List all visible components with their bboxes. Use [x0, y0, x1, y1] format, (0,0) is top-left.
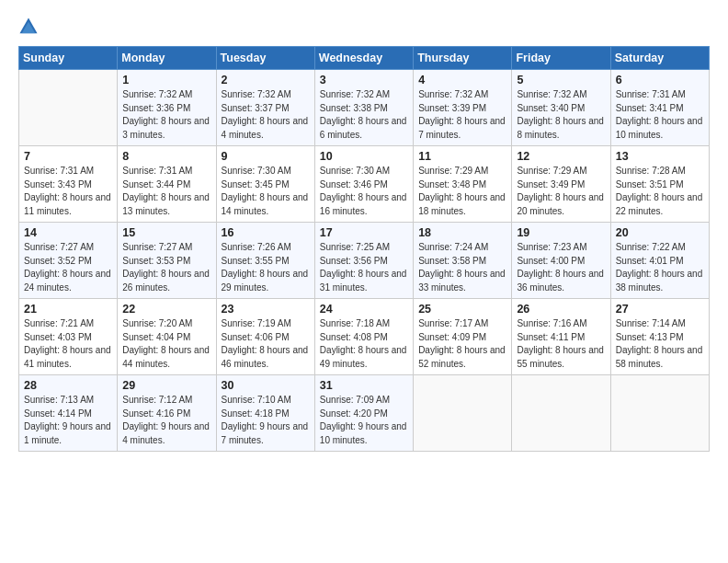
calendar-cell: 3Sunrise: 7:32 AMSunset: 3:38 PMDaylight…	[314, 70, 413, 146]
day-info: Sunrise: 7:32 AMSunset: 3:40 PMDaylight:…	[517, 88, 605, 142]
day-info: Sunrise: 7:26 AMSunset: 3:55 PMDaylight:…	[222, 241, 310, 294]
logo	[18, 17, 42, 37]
calendar-cell: 13Sunrise: 7:28 AMSunset: 3:51 PMDayligh…	[610, 146, 709, 223]
day-number: 17	[320, 226, 408, 239]
day-number: 28	[24, 379, 112, 392]
day-info: Sunrise: 7:32 AMSunset: 3:37 PMDaylight:…	[222, 88, 310, 142]
day-number: 16	[222, 226, 310, 239]
header	[18, 17, 710, 37]
calendar-cell: 30Sunrise: 7:10 AMSunset: 4:18 PMDayligh…	[216, 375, 314, 452]
calendar-cell: 15Sunrise: 7:27 AMSunset: 3:53 PMDayligh…	[118, 223, 216, 299]
day-info: Sunrise: 7:29 AMSunset: 3:49 PMDaylight:…	[517, 165, 605, 218]
day-number: 20	[616, 226, 704, 239]
day-number: 3	[320, 74, 408, 86]
day-number: 26	[517, 303, 605, 316]
day-number: 7	[24, 150, 112, 163]
day-info: Sunrise: 7:22 AMSunset: 4:01 PMDaylight:…	[616, 241, 704, 294]
calendar-week-2: 14Sunrise: 7:27 AMSunset: 3:52 PMDayligh…	[19, 223, 710, 299]
day-info: Sunrise: 7:27 AMSunset: 3:52 PMDaylight:…	[24, 241, 112, 294]
day-number: 19	[517, 226, 605, 239]
day-info: Sunrise: 7:32 AMSunset: 3:36 PMDaylight:…	[122, 88, 210, 142]
day-number: 23	[222, 303, 310, 316]
calendar-cell: 12Sunrise: 7:29 AMSunset: 3:49 PMDayligh…	[512, 146, 610, 223]
weekday-header-saturday: Saturday	[610, 47, 709, 70]
day-info: Sunrise: 7:16 AMSunset: 4:11 PMDaylight:…	[517, 317, 605, 371]
day-number: 1	[122, 74, 210, 86]
day-info: Sunrise: 7:32 AMSunset: 3:38 PMDaylight:…	[320, 88, 408, 142]
page: SundayMondayTuesdayWednesdayThursdayFrid…	[0, 0, 728, 563]
day-info: Sunrise: 7:18 AMSunset: 4:08 PMDaylight:…	[320, 317, 408, 371]
day-info: Sunrise: 7:14 AMSunset: 4:13 PMDaylight:…	[616, 317, 704, 371]
day-info: Sunrise: 7:19 AMSunset: 4:06 PMDaylight:…	[222, 317, 310, 371]
day-info: Sunrise: 7:10 AMSunset: 4:18 PMDaylight:…	[222, 394, 310, 447]
day-info: Sunrise: 7:31 AMSunset: 3:41 PMDaylight:…	[616, 88, 704, 142]
day-number: 13	[616, 150, 704, 163]
calendar-cell: 28Sunrise: 7:13 AMSunset: 4:14 PMDayligh…	[19, 375, 118, 452]
weekday-header-sunday: Sunday	[19, 47, 118, 70]
calendar-week-1: 7Sunrise: 7:31 AMSunset: 3:43 PMDaylight…	[19, 146, 710, 223]
calendar-cell: 7Sunrise: 7:31 AMSunset: 3:43 PMDaylight…	[19, 146, 118, 223]
weekday-header-row: SundayMondayTuesdayWednesdayThursdayFrid…	[19, 47, 710, 70]
day-info: Sunrise: 7:25 AMSunset: 3:56 PMDaylight:…	[320, 241, 408, 294]
day-number: 11	[418, 150, 506, 163]
day-info: Sunrise: 7:30 AMSunset: 3:45 PMDaylight:…	[222, 165, 310, 218]
weekday-header-monday: Monday	[118, 47, 216, 70]
day-info: Sunrise: 7:17 AMSunset: 4:09 PMDaylight:…	[418, 317, 506, 371]
calendar-cell: 8Sunrise: 7:31 AMSunset: 3:44 PMDaylight…	[118, 146, 216, 223]
day-info: Sunrise: 7:12 AMSunset: 4:16 PMDaylight:…	[122, 394, 210, 447]
calendar-cell: 25Sunrise: 7:17 AMSunset: 4:09 PMDayligh…	[414, 299, 512, 375]
day-info: Sunrise: 7:24 AMSunset: 3:58 PMDaylight:…	[418, 241, 506, 294]
calendar-cell: 29Sunrise: 7:12 AMSunset: 4:16 PMDayligh…	[118, 375, 216, 452]
day-number: 12	[517, 150, 605, 163]
day-number: 21	[24, 303, 112, 316]
calendar-cell: 9Sunrise: 7:30 AMSunset: 3:45 PMDaylight…	[216, 146, 314, 223]
day-number: 24	[320, 303, 408, 316]
calendar-cell: 24Sunrise: 7:18 AMSunset: 4:08 PMDayligh…	[314, 299, 413, 375]
calendar-header: SundayMondayTuesdayWednesdayThursdayFrid…	[19, 47, 710, 70]
day-number: 30	[222, 379, 310, 392]
calendar-cell: 14Sunrise: 7:27 AMSunset: 3:52 PMDayligh…	[19, 223, 118, 299]
day-number: 31	[320, 379, 408, 392]
logo-icon	[18, 17, 39, 37]
day-number: 8	[122, 150, 210, 163]
calendar-cell: 21Sunrise: 7:21 AMSunset: 4:03 PMDayligh…	[19, 299, 118, 375]
calendar-cell: 27Sunrise: 7:14 AMSunset: 4:13 PMDayligh…	[610, 299, 709, 375]
calendar-cell: 10Sunrise: 7:30 AMSunset: 3:46 PMDayligh…	[314, 146, 413, 223]
day-number: 25	[418, 303, 506, 316]
day-number: 5	[517, 74, 605, 86]
day-number: 22	[122, 303, 210, 316]
calendar-cell: 5Sunrise: 7:32 AMSunset: 3:40 PMDaylight…	[512, 70, 610, 146]
weekday-header-friday: Friday	[512, 47, 610, 70]
calendar-cell: 18Sunrise: 7:24 AMSunset: 3:58 PMDayligh…	[414, 223, 512, 299]
day-number: 18	[418, 226, 506, 239]
day-info: Sunrise: 7:30 AMSunset: 3:46 PMDaylight:…	[320, 165, 408, 218]
calendar-cell: 31Sunrise: 7:09 AMSunset: 4:20 PMDayligh…	[314, 375, 413, 452]
calendar-week-4: 28Sunrise: 7:13 AMSunset: 4:14 PMDayligh…	[19, 375, 710, 452]
calendar-cell: 4Sunrise: 7:32 AMSunset: 3:39 PMDaylight…	[414, 70, 512, 146]
day-number: 9	[222, 150, 310, 163]
day-info: Sunrise: 7:21 AMSunset: 4:03 PMDaylight:…	[24, 317, 112, 371]
day-info: Sunrise: 7:09 AMSunset: 4:20 PMDaylight:…	[320, 394, 408, 447]
day-number: 29	[122, 379, 210, 392]
day-info: Sunrise: 7:23 AMSunset: 4:00 PMDaylight:…	[517, 241, 605, 294]
calendar-cell	[19, 70, 118, 146]
day-info: Sunrise: 7:31 AMSunset: 3:43 PMDaylight:…	[24, 165, 112, 218]
calendar-cell: 20Sunrise: 7:22 AMSunset: 4:01 PMDayligh…	[610, 223, 709, 299]
day-number: 27	[616, 303, 704, 316]
calendar-cell: 2Sunrise: 7:32 AMSunset: 3:37 PMDaylight…	[216, 70, 314, 146]
weekday-header-tuesday: Tuesday	[216, 47, 314, 70]
day-info: Sunrise: 7:29 AMSunset: 3:48 PMDaylight:…	[418, 165, 506, 218]
calendar-cell: 26Sunrise: 7:16 AMSunset: 4:11 PMDayligh…	[512, 299, 610, 375]
calendar-cell: 19Sunrise: 7:23 AMSunset: 4:00 PMDayligh…	[512, 223, 610, 299]
weekday-header-wednesday: Wednesday	[314, 47, 413, 70]
day-info: Sunrise: 7:28 AMSunset: 3:51 PMDaylight:…	[616, 165, 704, 218]
calendar-table: SundayMondayTuesdayWednesdayThursdayFrid…	[18, 46, 710, 452]
day-info: Sunrise: 7:32 AMSunset: 3:39 PMDaylight:…	[418, 88, 506, 142]
calendar-cell: 22Sunrise: 7:20 AMSunset: 4:04 PMDayligh…	[118, 299, 216, 375]
day-number: 14	[24, 226, 112, 239]
day-info: Sunrise: 7:13 AMSunset: 4:14 PMDaylight:…	[24, 394, 112, 447]
weekday-header-thursday: Thursday	[414, 47, 512, 70]
calendar-cell	[610, 375, 709, 452]
day-info: Sunrise: 7:20 AMSunset: 4:04 PMDaylight:…	[122, 317, 210, 371]
calendar-cell	[414, 375, 512, 452]
